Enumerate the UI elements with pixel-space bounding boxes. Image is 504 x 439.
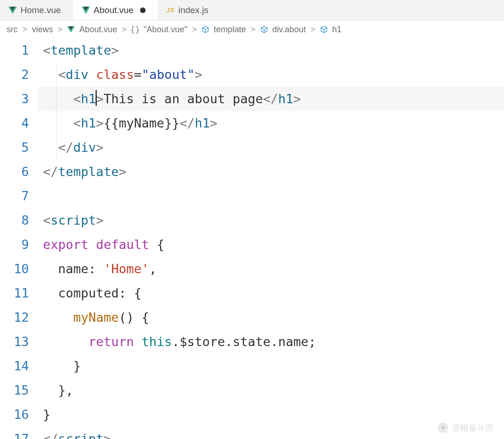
- tab-label: About.vue: [94, 5, 134, 15]
- token: myName: [119, 116, 165, 130]
- token: template: [50, 43, 111, 57]
- code-line[interactable]: computed: {: [43, 281, 504, 305]
- breadcrumb-item[interactable]: "About.vue": [144, 25, 188, 35]
- cube-icon: [260, 26, 268, 33]
- line-number: 7: [0, 184, 29, 208]
- token: [43, 334, 89, 349]
- code-line[interactable]: <script>: [43, 208, 504, 233]
- token: >: [104, 432, 111, 439]
- token: h1: [278, 92, 294, 106]
- token: name: [58, 262, 89, 276]
- line-number: 13: [0, 330, 29, 354]
- token: </: [58, 140, 74, 155]
- token: [89, 237, 96, 252]
- token: ,: [149, 262, 157, 276]
- code-line[interactable]: [43, 184, 504, 208]
- token: <: [58, 67, 66, 82]
- token: .: [225, 334, 232, 349]
- line-number: 16: [0, 403, 29, 427]
- token: }: [43, 407, 50, 422]
- token: [43, 310, 73, 325]
- token: name: [278, 334, 308, 349]
- wechat-icon: ✦: [438, 423, 448, 433]
- token: [43, 92, 73, 106]
- token: >: [119, 164, 126, 179]
- token: this: [141, 334, 172, 349]
- token: :: [89, 262, 104, 276]
- code-line[interactable]: name: 'Home',: [43, 257, 504, 281]
- token: </: [43, 432, 58, 439]
- breadcrumb: src>views>About.vue>{}"About.vue">templa…: [0, 21, 504, 38]
- code-line[interactable]: <h1>{{myName}}</h1>: [43, 111, 504, 135]
- code-line[interactable]: <template>: [43, 38, 504, 63]
- token: : {: [119, 286, 142, 300]
- token: myName: [73, 310, 119, 325]
- token: export: [43, 237, 89, 252]
- breadcrumb-separator-icon: >: [22, 25, 28, 35]
- code-line[interactable]: }: [43, 354, 504, 378]
- code-line[interactable]: },: [43, 378, 504, 403]
- tab-label: Home.vue: [21, 5, 61, 15]
- tab-index-js[interactable]: JSindex.js: [158, 0, 220, 20]
- code-editor[interactable]: 1234567891011121314151617 <template> <di…: [0, 38, 504, 439]
- token: [43, 140, 58, 155]
- token: >: [96, 140, 104, 155]
- token: return: [89, 334, 134, 349]
- breadcrumb-item[interactable]: template: [214, 25, 246, 35]
- tab-bar: Home.vueAbout.vueJSindex.js: [0, 0, 504, 21]
- line-number: 9: [0, 233, 29, 257]
- token: <: [43, 213, 50, 227]
- cube-icon: [320, 26, 328, 33]
- line-number: 1: [0, 38, 29, 63]
- tab-about-vue[interactable]: About.vue: [73, 0, 158, 20]
- line-number: 8: [0, 208, 29, 233]
- token: [43, 286, 58, 300]
- breadcrumb-separator-icon: >: [122, 25, 127, 35]
- code-line[interactable]: <h1>This is an about page</h1>: [43, 87, 504, 111]
- token: <: [43, 43, 50, 57]
- cube-icon: [202, 26, 209, 33]
- token: }}: [164, 116, 180, 130]
- code-line[interactable]: </script>: [43, 427, 504, 439]
- line-number: 10: [0, 257, 29, 281]
- token: $store: [180, 334, 225, 349]
- code-line[interactable]: </template>: [43, 160, 504, 184]
- code-line[interactable]: }: [43, 403, 504, 427]
- code-line[interactable]: myName() {: [43, 305, 504, 330]
- token: default: [96, 237, 149, 252]
- code-line[interactable]: return this.$store.state.name;: [43, 330, 504, 354]
- code-line[interactable]: </div>: [43, 135, 504, 160]
- breadcrumb-item[interactable]: views: [32, 25, 53, 35]
- breadcrumb-item[interactable]: div.about: [273, 25, 306, 35]
- line-number: 17: [0, 427, 29, 439]
- breadcrumb-item[interactable]: h1: [332, 25, 342, 35]
- braces-icon: {}: [132, 26, 139, 33]
- token: [149, 237, 157, 252]
- token: [43, 262, 58, 276]
- line-number: 14: [0, 354, 29, 378]
- token: "about": [141, 67, 195, 82]
- line-number: 11: [0, 281, 29, 305]
- breadcrumb-separator-icon: >: [192, 25, 197, 35]
- token: [43, 383, 58, 397]
- breadcrumb-item[interactable]: src: [7, 25, 18, 35]
- code-area[interactable]: <template> <div class="about"> <h1>This …: [37, 38, 504, 439]
- watermark-text: 基根奋斗营: [452, 422, 494, 433]
- token: () {: [119, 310, 149, 325]
- line-number: 12: [0, 305, 29, 330]
- token: </: [43, 164, 58, 179]
- token: script: [50, 213, 96, 227]
- tab-home-vue[interactable]: Home.vue: [0, 0, 73, 20]
- token: </: [180, 116, 195, 130]
- token: .: [172, 334, 179, 349]
- line-number: 4: [0, 111, 29, 135]
- token: <: [73, 116, 81, 130]
- breadcrumb-item[interactable]: About.vue: [79, 25, 117, 35]
- code-line[interactable]: export default {: [43, 233, 504, 257]
- token: {{: [104, 116, 119, 130]
- code-line[interactable]: <div class="about">: [43, 63, 504, 87]
- breadcrumb-separator-icon: >: [251, 25, 256, 35]
- token: >: [111, 43, 119, 57]
- token: <: [73, 92, 81, 106]
- token: ;: [308, 334, 316, 349]
